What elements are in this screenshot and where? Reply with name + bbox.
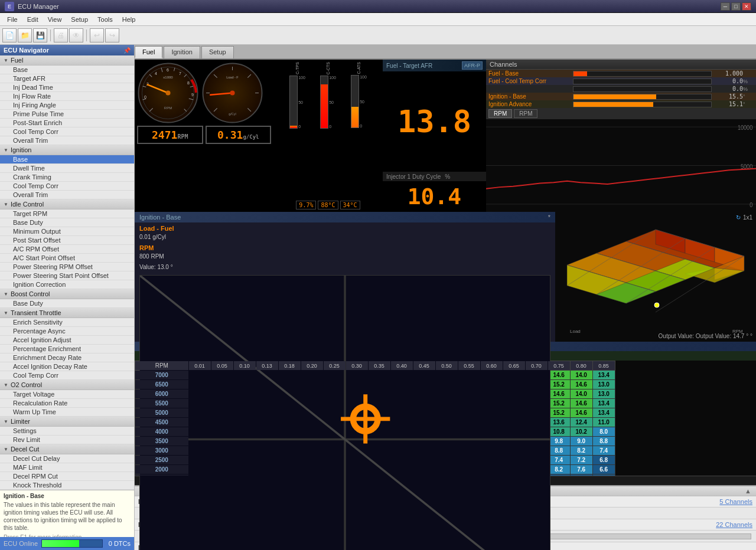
nav-item-tt-accel-ign[interactable]: Accel Ignition Adjust <box>0 336 134 345</box>
nav-item-ignition-crank-timing[interactable]: Crank Timing <box>0 173 134 182</box>
nav-item-fuel-base[interactable]: Base <box>0 66 134 74</box>
nav-item-decel-knock[interactable]: Knock Threshold <box>0 481 134 490</box>
nav-item-fuel-inj-dead-time[interactable]: Inj Dead Time <box>0 83 134 92</box>
td-cell[interactable]: 10.2 <box>570 427 592 437</box>
td-cell[interactable]: 13.6 <box>548 418 570 427</box>
open-button[interactable]: 📁 <box>18 28 32 42</box>
nav-item-fuel-inj-flow-rate[interactable]: Inj Flow Rate <box>0 92 134 101</box>
nav-item-idle-target-rpm[interactable]: Target RPM <box>0 209 134 218</box>
nav-item-tt-accel-ign-decay[interactable]: Accel Ignition Decay Rate <box>0 362 134 371</box>
td-cell[interactable]: 9.0 <box>570 437 592 446</box>
close-button[interactable]: ✕ <box>742 2 751 11</box>
tab-setup[interactable]: Setup <box>201 46 234 58</box>
td-cell[interactable]: 14.6 <box>548 389 570 399</box>
nav-item-ignition-cool-temp-corr[interactable]: Cool Temp Corr <box>0 182 134 191</box>
menu-tools[interactable]: Tools <box>93 15 118 24</box>
td-cell[interactable]: 13.0 <box>592 380 615 389</box>
td-cell[interactable]: 13.4 <box>592 399 615 408</box>
td-cell[interactable]: 8.0 <box>592 427 615 437</box>
nav-group-ignition-header[interactable]: Ignition <box>0 145 134 155</box>
td-cell[interactable]: 7.6 <box>570 465 592 474</box>
nav-item-boost-base-duty[interactable]: Base Duty <box>0 299 134 308</box>
td-cell[interactable]: 14.6 <box>570 399 592 408</box>
nav-group-boost-header[interactable]: Boost Control <box>0 289 134 299</box>
td-cell[interactable]: 11.0 <box>592 418 615 427</box>
menu-file[interactable]: File <box>2 15 22 24</box>
nav-item-fuel-target-afr[interactable]: Target AFR <box>0 74 134 83</box>
tab-ignition[interactable]: Ignition <box>164 46 200 58</box>
print-button[interactable]: 🖨 <box>54 28 68 42</box>
nav-group-o2-header[interactable]: O2 Control <box>0 380 134 390</box>
nav-item-tt-enrich-decay[interactable]: Enrichment Decay Rate <box>0 353 134 362</box>
undo-button[interactable]: ↩ <box>90 28 104 42</box>
nav-item-fuel-inj-firing-angle[interactable]: Inj Firing Angle <box>0 101 134 110</box>
td-cell[interactable]: 15.2 <box>548 380 570 389</box>
td-cell[interactable]: 8.8 <box>548 446 570 456</box>
td-cell[interactable]: 14.6 <box>570 380 592 389</box>
nav-item-idle-ac-start[interactable]: A/C Start Point Offset <box>0 254 134 263</box>
nav-item-ignition-overall-trim[interactable]: Overall Trim <box>0 191 134 199</box>
nav-group-fuel-header[interactable]: Fuel <box>0 55 134 66</box>
td-cell[interactable]: 7.4 <box>592 446 615 456</box>
redo-button[interactable]: ↪ <box>105 28 119 42</box>
minimize-button[interactable]: ─ <box>721 2 730 11</box>
nav-item-o2-warmup[interactable]: Warm Up Time <box>0 408 134 417</box>
td-cell[interactable]: 8.2 <box>570 446 592 456</box>
nav-item-limiter-settings[interactable]: Settings <box>0 427 134 436</box>
preview-button[interactable]: 👁 <box>69 28 83 42</box>
nav-group-transient-header[interactable]: Transient Throttle <box>0 308 134 318</box>
nav-item-ignition-base[interactable]: Base <box>0 155 134 164</box>
nav-item-fuel-prime-pulse[interactable]: Prime Pulse Time <box>0 110 134 119</box>
td-cell[interactable]: 6.6 <box>592 465 615 474</box>
td-cell[interactable]: 15.2 <box>548 399 570 408</box>
td-cell[interactable]: 12.4 <box>570 418 592 427</box>
td-cell[interactable]: 6.8 <box>592 456 615 465</box>
nav-item-idle-min-output[interactable]: Minimum Output <box>0 227 134 236</box>
surface-refresh-icon[interactable]: ↻ <box>736 214 741 221</box>
save-button[interactable]: 💾 <box>33 28 47 42</box>
nav-item-limiter-rev-limit[interactable]: Rev Limit <box>0 436 134 444</box>
td-cell[interactable]: 8.8 <box>592 437 615 446</box>
nav-item-idle-ign-corr[interactable]: Ignition Correction <box>0 280 134 289</box>
td-cell[interactable]: 14.6 <box>548 371 570 380</box>
rpm-chart-tab-1[interactable]: RPM <box>488 109 512 118</box>
nav-item-decel-delay[interactable]: Decel Cut Delay <box>0 454 134 463</box>
nav-item-tt-pct-async[interactable]: Percentage Async <box>0 327 134 336</box>
new-button[interactable]: 📄 <box>2 28 17 42</box>
nav-group-idle-header[interactable]: Idle Control <box>0 199 134 209</box>
nav-item-o2-recalc-rate[interactable]: Recalculation Rate <box>0 399 134 408</box>
td-cell[interactable]: 8.2 <box>548 465 570 474</box>
td-cell[interactable]: 7.2 <box>570 456 592 465</box>
td-cell[interactable]: 14.0 <box>570 389 592 399</box>
menu-setup[interactable]: Setup <box>66 15 93 24</box>
nav-item-decel-maf[interactable]: MAF Limit <box>0 463 134 472</box>
menu-edit[interactable]: Edit <box>22 15 43 24</box>
td-cell[interactable]: 15.2 <box>548 408 570 418</box>
nav-item-idle-ac-rpm[interactable]: A/C RPM Offset <box>0 245 134 254</box>
td-cell[interactable]: 14.0 <box>570 371 592 380</box>
nav-item-tt-pct-enrich[interactable]: Percentage Enrichment <box>0 345 134 353</box>
rpm-chart-tab-2[interactable]: RPM <box>514 109 537 118</box>
td-cell[interactable]: 13.4 <box>592 371 615 380</box>
nav-item-decel-rpm-cut[interactable]: Decel RPM Cut <box>0 472 134 481</box>
td-cell[interactable]: 13.4 <box>592 408 615 418</box>
nav-item-fuel-post-start[interactable]: Post-Start Enrich <box>0 119 134 127</box>
nav-group-decel-header[interactable]: Decel Cut <box>0 444 134 454</box>
nav-group-limiter-header[interactable]: Limiter <box>0 417 134 427</box>
menu-help[interactable]: Help <box>118 15 141 24</box>
menu-view[interactable]: View <box>43 15 67 24</box>
td-cell[interactable]: 14.6 <box>570 408 592 418</box>
tab-fuel[interactable]: Fuel <box>135 46 162 58</box>
nav-item-fuel-overall-trim[interactable]: Overall Trim <box>0 136 134 145</box>
td-cell[interactable]: 10.8 <box>548 427 570 437</box>
nav-item-tt-enrich-sens[interactable]: Enrich Sensitivity <box>0 318 134 327</box>
nav-item-idle-base-duty[interactable]: Base Duty <box>0 218 134 227</box>
td-cell[interactable]: 9.8 <box>548 437 570 446</box>
dm-r32-channels[interactable]: 5 Channels <box>719 498 752 505</box>
dm-pc-channels[interactable]: 22 Channels <box>716 521 752 528</box>
nav-item-o2-target-voltage[interactable]: Target Voltage <box>0 390 134 399</box>
nav-item-idle-ps-start[interactable]: Power Steering Start Point Offset <box>0 271 134 280</box>
td-cell[interactable]: 13.0 <box>592 389 615 399</box>
nav-item-tt-cool-temp[interactable]: Cool Temp Corr <box>0 371 134 380</box>
nav-item-idle-post-start[interactable]: Post Start Offset <box>0 236 134 245</box>
